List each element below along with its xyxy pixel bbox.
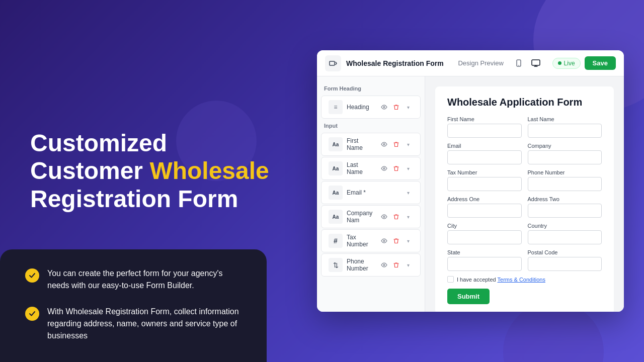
form-row-5: City Country (447, 223, 602, 244)
form-row-4: Address One Address Two (447, 196, 602, 218)
features-card: You can create the perfect form for your… (0, 249, 267, 362)
field-item-heading[interactable]: ≡ Heading ▾ (321, 96, 421, 119)
delete-icon-lastname[interactable] (391, 163, 401, 173)
eye-icon-heading[interactable] (379, 102, 389, 112)
input-firstname[interactable] (447, 124, 522, 138)
mobile-icon[interactable] (512, 56, 526, 70)
app-header-left: Wholesale Registration Form (325, 55, 444, 71)
feature-text-2: With Wholesale Registration Form, collec… (47, 306, 242, 342)
input-city[interactable] (447, 230, 522, 244)
field-icon-lastname: Aa (329, 161, 343, 175)
field-item-firstname[interactable]: Aa First Name ▾ (321, 133, 421, 156)
form-preview: Wholesale Application Form First Name La… (435, 86, 614, 312)
field-actions-heading: ▾ (379, 102, 413, 112)
preview-panel: Wholesale Application Form First Name La… (425, 76, 624, 312)
field-item-lastname[interactable]: Aa Last Name ▾ (321, 157, 421, 180)
app-window: Wholesale Registration Form Design Previ… (317, 50, 624, 312)
form-group-address2: Address Two (528, 196, 602, 218)
save-button[interactable]: Save (585, 56, 616, 70)
eye-icon-company[interactable] (379, 212, 389, 222)
app-header-center: Design Preview (453, 56, 542, 70)
form-group-city: City (447, 223, 522, 244)
label-lastname: Last Name (528, 116, 602, 122)
expand-icon-lastname[interactable]: ▾ (403, 163, 413, 173)
svg-point-5 (383, 144, 385, 145)
submit-button[interactable]: Submit (447, 289, 490, 304)
svg-point-9 (383, 264, 385, 266)
app-header-right: Live Save (552, 56, 616, 70)
field-actions-firstname: ▾ (379, 139, 413, 149)
eye-icon-firstname[interactable] (379, 139, 389, 149)
expand-icon-company[interactable]: ▾ (403, 212, 413, 222)
input-address1[interactable] (447, 204, 522, 218)
svg-point-6 (383, 168, 385, 169)
check-icon-2 (25, 307, 39, 321)
form-group-address1: Address One (447, 196, 522, 218)
input-company[interactable] (528, 150, 602, 164)
main-heading: Customized Customer Wholesale Registrati… (30, 129, 282, 213)
expand-icon-heading[interactable]: ▾ (403, 102, 413, 112)
expand-icon-email[interactable]: ▾ (403, 188, 413, 198)
input-address2[interactable] (528, 204, 602, 218)
label-firstname: First Name (447, 116, 522, 122)
eye-icon-tax[interactable] (379, 236, 389, 246)
heading-yellow: Wholesale (149, 157, 269, 184)
expand-icon-tax[interactable]: ▾ (403, 236, 413, 246)
field-item-phone[interactable]: ⇅ Phone Number ▾ (321, 253, 421, 277)
heading-line1: Customized (30, 130, 167, 156)
eye-icon-phone[interactable] (379, 260, 389, 270)
field-item-tax[interactable]: # Tax Number ▾ (321, 229, 421, 252)
heading-line3: Registration Form (30, 186, 238, 212)
field-icon-heading: ≡ (329, 100, 343, 114)
check-icon-1 (25, 268, 39, 283)
svg-point-4 (383, 107, 385, 108)
label-email: Email (447, 143, 522, 149)
label-state: State (447, 249, 522, 255)
svg-point-2 (518, 65, 519, 66)
delete-icon-company[interactable] (391, 212, 401, 222)
delete-icon-phone[interactable] (391, 260, 401, 270)
eye-icon-lastname[interactable] (379, 163, 389, 173)
delete-icon-firstname[interactable] (391, 139, 401, 149)
form-group-lastname: Last Name (528, 116, 602, 138)
field-icon-firstname: Aa (329, 137, 343, 151)
form-row-3: Tax Number Phone Number (447, 169, 602, 191)
field-item-email[interactable]: Aa Email * ▾ (321, 181, 421, 204)
field-label-company: Company Nam (347, 210, 375, 224)
heading-line2: Customer (30, 157, 143, 184)
svg-rect-3 (532, 60, 540, 65)
expand-icon-phone[interactable]: ▾ (403, 260, 413, 270)
field-label-lastname: Last Name (347, 161, 375, 175)
delete-icon-heading[interactable] (391, 102, 401, 112)
field-icon-phone: ⇅ (329, 258, 343, 272)
input-country[interactable] (528, 230, 602, 244)
form-group-postal: Postal Code (528, 249, 602, 271)
form-row-1: First Name Last Name (447, 116, 602, 138)
input-email[interactable] (447, 150, 522, 164)
delete-icon-tax[interactable] (391, 236, 401, 246)
tab-design-preview[interactable]: Design Preview (453, 56, 508, 70)
live-badge: Live (552, 58, 581, 69)
live-dot (558, 61, 561, 65)
terms-link[interactable]: Terms & Conditions (498, 277, 545, 283)
input-postal[interactable] (528, 257, 602, 271)
form-group-tax: Tax Number (447, 169, 522, 191)
expand-icon-firstname[interactable]: ▾ (403, 139, 413, 149)
field-label-firstname: First Name (347, 137, 375, 151)
input-phone[interactable] (528, 177, 602, 191)
field-label-tax: Tax Number (347, 234, 375, 248)
input-tax[interactable] (447, 177, 522, 191)
input-lastname[interactable] (528, 124, 602, 138)
input-state[interactable] (447, 257, 522, 271)
back-button[interactable] (325, 55, 341, 71)
label-postal: Postal Code (528, 249, 602, 255)
feature-item-1: You can create the perfect form for your… (25, 267, 242, 292)
label-phone: Phone Number (528, 169, 602, 175)
label-city: City (447, 223, 522, 229)
desktop-icon[interactable] (529, 56, 543, 70)
field-item-company[interactable]: Aa Company Nam ▾ (321, 205, 421, 228)
field-label-email: Email * (347, 189, 399, 196)
field-actions-company: ▾ (379, 212, 413, 222)
form-group-company: Company (528, 143, 602, 164)
terms-checkbox[interactable] (447, 276, 454, 283)
